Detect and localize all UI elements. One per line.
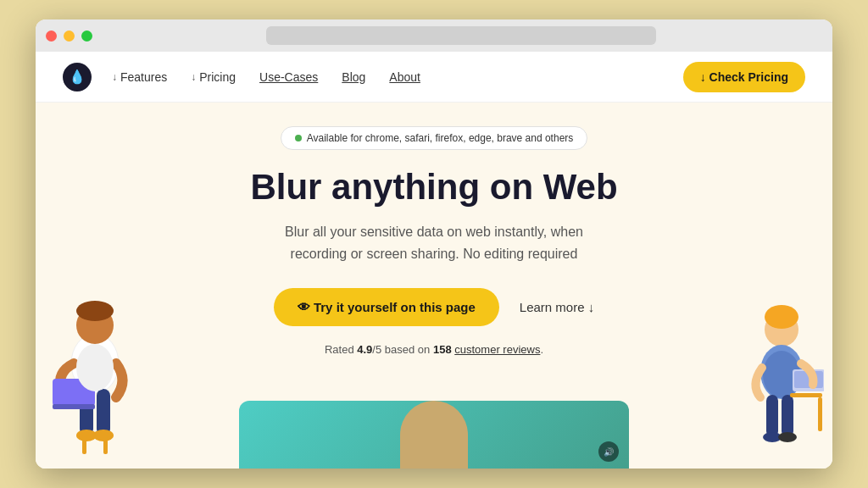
svg-rect-8	[53, 404, 95, 409]
minimize-button[interactable]	[64, 30, 75, 42]
nav-links: ↓ Features ↓ Pricing Use-Cases Blog Abou…	[112, 70, 683, 84]
illustration-right	[726, 291, 824, 460]
navbar: 💧 ↓ Features ↓ Pricing Use-Cases Blog	[36, 52, 832, 103]
browser-titlebar	[36, 19, 832, 52]
browser-content: 💧 ↓ Features ↓ Pricing Use-Cases Blog	[36, 52, 832, 469]
video-thumbnail[interactable]: 🔊	[239, 401, 629, 469]
svg-rect-9	[78, 433, 112, 437]
svg-point-12	[76, 344, 114, 391]
browser-window: 💧 ↓ Features ↓ Pricing Use-Cases Blog	[36, 19, 832, 469]
nav-pricing-label: Pricing	[199, 70, 236, 84]
nav-features-label: Features	[120, 70, 167, 84]
try-button[interactable]: 👁 Try it yourself on this page	[274, 288, 499, 326]
fullscreen-button[interactable]	[81, 30, 92, 42]
svg-rect-24	[818, 397, 822, 431]
pricing-arrow-icon: ↓	[191, 71, 196, 83]
svg-point-2	[76, 301, 114, 321]
illustration-left	[44, 279, 146, 460]
svg-rect-4	[97, 389, 110, 435]
nav-blog-label: Blog	[342, 70, 365, 84]
learn-more-link[interactable]: Learn more ↓	[520, 300, 594, 314]
svg-rect-18	[782, 395, 793, 437]
svg-point-20	[778, 432, 797, 442]
nav-about[interactable]: About	[389, 70, 420, 84]
rating-suffix: /5 based on	[372, 343, 433, 356]
close-button[interactable]	[46, 30, 57, 42]
svg-rect-21	[790, 393, 822, 397]
rating-prefix: Rated	[325, 343, 357, 356]
nav-about-label: About	[389, 70, 420, 84]
svg-point-14	[765, 305, 798, 329]
hero-buttons: 👁 Try it yourself on this page Learn mor…	[274, 288, 594, 326]
svg-rect-17	[766, 395, 778, 437]
svg-rect-11	[103, 437, 108, 454]
nav-pricing[interactable]: ↓ Pricing	[191, 70, 236, 84]
available-dot-icon	[295, 135, 302, 141]
review-count: 158	[433, 343, 452, 356]
address-bar[interactable]	[266, 26, 656, 45]
nav-use-cases[interactable]: Use-Cases	[259, 70, 318, 84]
logo-icon: 💧	[69, 69, 86, 85]
video-person-figure	[400, 401, 468, 469]
svg-rect-10	[82, 437, 86, 454]
badge-text: Available for chrome, safari, firefox, e…	[307, 132, 574, 144]
hero-title: Blur anything on Web	[250, 167, 617, 208]
rating-text: Rated 4.9/5 based on 158 customer review…	[325, 343, 543, 356]
hero-section: Available for chrome, safari, firefox, e…	[36, 103, 832, 469]
rating-value: 4.9	[357, 343, 372, 356]
check-pricing-button[interactable]: ↓ Check Pricing	[683, 62, 805, 92]
nav-features[interactable]: ↓ Features	[112, 70, 167, 84]
nav-use-cases-label: Use-Cases	[259, 70, 318, 84]
features-arrow-icon: ↓	[112, 71, 117, 83]
nav-blog[interactable]: Blog	[342, 70, 365, 84]
customer-reviews-link[interactable]: customer reviews	[454, 343, 540, 356]
sound-icon[interactable]: 🔊	[598, 441, 619, 462]
logo[interactable]: 💧	[63, 63, 92, 92]
hero-subtitle: Blur all your sensitive data on web inst…	[256, 221, 612, 264]
availability-badge: Available for chrome, safari, firefox, e…	[281, 126, 588, 150]
